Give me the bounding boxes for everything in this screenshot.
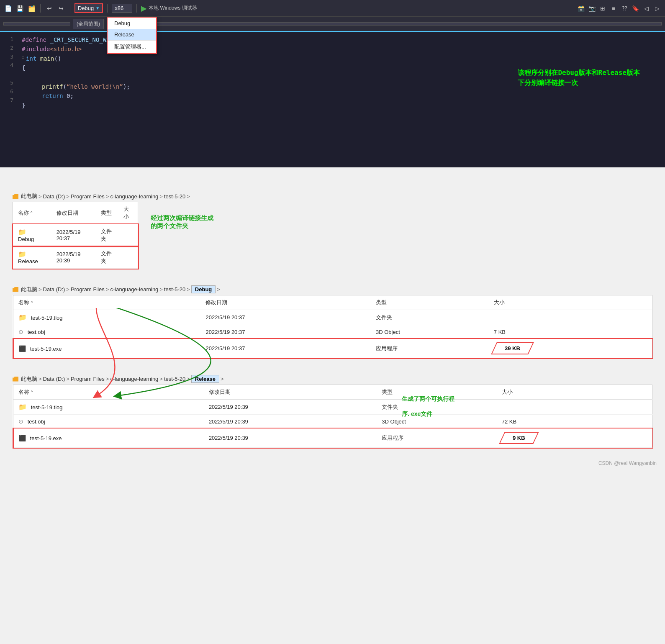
file-size-tlog1 [489, 310, 652, 325]
table-row[interactable]: 📁 Debug 2022/5/19 20:37 文件夹 [13, 224, 138, 246]
screenshot-icon[interactable]: 📷 [587, 4, 596, 13]
col-size-d: 大小 [489, 295, 652, 310]
annotation-exe-text: 生成了两个可执行程 [402, 395, 454, 403]
obj1-label: test.obj [28, 329, 45, 335]
bc2-sep: > [39, 286, 42, 292]
bc3-datad: Data (D:) [43, 376, 65, 382]
bc-sep2: > [66, 193, 69, 200]
col-date-d: 修改日期 [200, 295, 371, 310]
bc3-sep2: > [66, 376, 69, 382]
csdn-footer: CSDN @real Wangyanbin [0, 456, 665, 470]
align-icon[interactable]: ≡ [609, 4, 618, 13]
toolbar-right-icons: 🗃️ 📷 ⊞ ≡ ⁇ 🔖 ◁ ▷ [576, 4, 662, 13]
folder-icon-tlog2: 📁 [18, 403, 27, 411]
breadcrumb-3: 此电脑 > Data (D:) > Program Files > c-lang… [13, 371, 652, 385]
run-button[interactable]: ▶ 本地 Windows 调试器 [141, 4, 197, 13]
bc2-sep6: > [217, 286, 220, 292]
annotation-line1: 该程序分别在Debug版本和Release版本 [518, 68, 640, 78]
breadcrumb-1: 此电脑 > Data (D:) > Program Files > c-lang… [13, 188, 652, 202]
bookmark-icon[interactable]: 🔖 [631, 4, 640, 13]
bc3-clang: c-language-learning [110, 376, 158, 382]
sort-arrow-r: ^ [31, 390, 33, 395]
table-row[interactable]: 📁 Release 2022/5/19 20:39 文件夹 [13, 246, 138, 269]
file-size-obj2: 72 KB [497, 415, 652, 428]
file-size-release [118, 246, 138, 269]
bc3-programfiles: Program Files [71, 376, 105, 382]
folder-icon-release: 📁 [18, 251, 26, 258]
obj2-label: test.obj [28, 418, 45, 425]
code-line-6: return 0; [22, 91, 660, 100]
file-date-obj2: 2022/5/19 20:39 [204, 415, 377, 428]
dropdown-arrow: ▼ [95, 6, 100, 10]
table-row[interactable]: 📁 test-5-19.tlog 2022/5/19 20:39 文件夹 生成了… [13, 400, 652, 415]
config-manager[interactable]: 配置管理器... [108, 41, 156, 53]
size-badge-39kb: 39 KB [494, 342, 531, 354]
table-row[interactable]: ⊙ test.obj 2022/5/19 20:37 3D Object 7 K… [13, 325, 652, 339]
file-size-exe2: 9 KB [497, 428, 652, 448]
redo-icon[interactable]: ↪ [56, 4, 66, 13]
toolbar-separator3 [107, 4, 108, 13]
toolbar-separator2 [70, 4, 70, 13]
define-keyword: #define [22, 35, 46, 44]
browse-icon[interactable]: 🗃️ [576, 4, 585, 13]
int-keyword: int [26, 54, 36, 63]
file-name-tlog2: 📁 test-5-19.tlog [13, 400, 204, 415]
nav-right-icon[interactable]: ▷ [652, 4, 662, 13]
sort-arrow-d: ^ [31, 300, 33, 305]
save-icon[interactable]: 💾 [15, 4, 24, 13]
table-row[interactable]: ⬛ test-5-19.exe 2022/5/19 20:39 应用程序 9 K… [13, 428, 652, 448]
brace-open: { [22, 63, 25, 72]
ide-section: 📄 💾 🗂️ ↩ ↪ Debug ▼ x86 ▶ 本地 Windows 调试器 … [0, 0, 665, 167]
header-file: <stdio.h> [50, 44, 82, 54]
col-size-1: 大小 [118, 202, 138, 224]
file-date-tlog2: 2022/5/19 20:39 [204, 400, 377, 415]
section-gap-1 [13, 269, 652, 281]
file-type-exe2: 应用程序 [377, 428, 497, 448]
bc3-sep: > [39, 376, 42, 382]
bc-sep: > [39, 193, 42, 200]
col-name-r: 名称 ^ [13, 385, 204, 400]
file-date-obj1: 2022/5/19 20:37 [200, 325, 371, 339]
bc-sep3: > [106, 193, 109, 200]
table-row[interactable]: 📁 test-5-19.tlog 2022/5/19 20:37 文件夹 [13, 310, 652, 325]
platform-selector[interactable]: x86 [112, 4, 132, 13]
col-name-label: 名称 [18, 210, 29, 216]
size-badge-9kb: 9 KB [502, 432, 536, 444]
nav-left-icon[interactable]: ◁ [642, 4, 651, 13]
include-keyword: #include [22, 44, 50, 54]
dropdown-release[interactable]: Release [108, 29, 156, 40]
col-date-r: 修改日期 [204, 385, 377, 400]
table-row[interactable]: ⊙ test.obj 2022/5/19 20:39 3D Object 序. … [13, 415, 652, 428]
file-type-tlog2: 文件夹 生成了两个可执行程 [377, 400, 497, 415]
debug-label: Debug [18, 236, 34, 242]
table-row[interactable]: ⬛ test-5-19.exe 2022/5/19 20:37 应用程序 39 … [13, 339, 652, 358]
save-all-icon[interactable]: 🗂️ [27, 4, 36, 13]
col-name-d: 名称 ^ [13, 295, 201, 310]
undo-icon[interactable]: ↩ [45, 4, 54, 13]
mid-gap [0, 167, 665, 188]
bc2-test520: test-5-20 [164, 286, 185, 292]
file-type-tlog1: 文件夹 [371, 310, 489, 325]
file-table-container-1: 名称 ^ 修改日期 类型 大小 📁 Debug [13, 202, 652, 269]
tlog1-label: test-5-19.tlog [31, 315, 63, 321]
code-area: 1 2 3 4 5 6 7 #define _CRT_SECURE_NO_WAR… [0, 32, 665, 167]
symbol-dropdown[interactable] [110, 22, 662, 26]
config-dropdown-trigger[interactable]: Debug ▼ [74, 3, 103, 13]
expand-icon[interactable]: ⊟ [22, 54, 24, 61]
table1-annotation: 经过两次编译链接生成的两个文件夹 [151, 202, 213, 230]
col-name-1: 名称 ^ [13, 202, 51, 224]
scope-dropdown[interactable] [3, 22, 70, 26]
release-label: Release [18, 258, 38, 264]
bc3-thispc: 此电脑 [21, 375, 37, 383]
file-name-obj1: ⊙ test.obj [13, 325, 201, 339]
bc3-sep6: > [221, 376, 224, 382]
debug-icon[interactable]: ⁇ [620, 4, 629, 13]
bc1-thispc: 此电脑 [21, 192, 37, 200]
dropdown-debug[interactable]: Debug [108, 18, 156, 29]
bc1-datad: Data (D:) [43, 193, 65, 200]
col-type-1: 类型 [96, 202, 118, 224]
file-date-debug: 2022/5/19 20:37 [51, 224, 96, 246]
new-file-icon[interactable]: 📄 [3, 4, 13, 13]
paren-close: ); [123, 82, 130, 91]
layout-icon[interactable]: ⊞ [598, 4, 607, 13]
